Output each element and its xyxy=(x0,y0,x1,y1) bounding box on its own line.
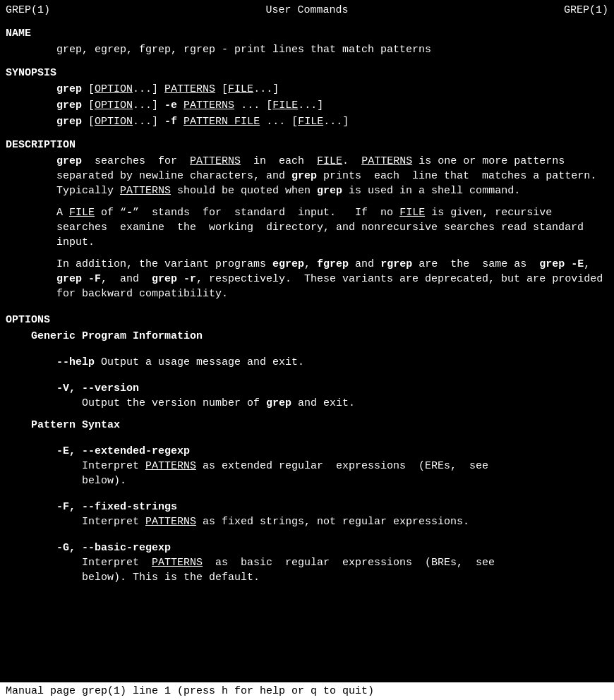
help-desc: Output a usage message and exit. xyxy=(101,356,304,368)
header-left: GREP(1) xyxy=(6,3,50,18)
status-bar-text: Manual page grep(1) line 1 (press h for … xyxy=(6,685,374,697)
desc-patterns-link3: PATTERNS xyxy=(120,185,171,197)
help-option: --help Output a usage message and exit. xyxy=(56,355,608,370)
e-desc2: below). xyxy=(82,473,608,488)
name-section-title: NAME xyxy=(6,26,608,41)
description-section-title: DESCRIPTION xyxy=(6,138,608,152)
description-para2: A FILE of “-” stands for standard input.… xyxy=(56,205,608,250)
synopsis-line3: grep [OPTION...] -f PATTERN_FILE ... [FI… xyxy=(56,114,608,129)
desc-egrep: egrep xyxy=(272,258,304,270)
version-grep-bold: grep xyxy=(266,397,291,409)
version-flag: -V, --version xyxy=(56,382,139,394)
terminal-content: GREP(1) User Commands GREP(1) NAME grep,… xyxy=(0,0,614,605)
desc-grep-r: grep -r xyxy=(152,273,196,285)
desc-patterns-link2: PATTERNS xyxy=(361,155,412,167)
e-option: -E, --extended-regexp xyxy=(56,444,608,459)
e-patterns-link: PATTERNS xyxy=(145,460,196,472)
synopsis-line1-rest: [OPTION...] PATTERNS [FILE...] xyxy=(88,83,279,95)
synopsis-line3-rest: [OPTION...] -f PATTERN_FILE ... [FILE...… xyxy=(88,116,349,128)
desc-file-link1: FILE xyxy=(317,155,342,167)
desc-grep-f: grep -F xyxy=(56,273,101,285)
version-option: -V, --version xyxy=(56,381,608,396)
header-right: GREP(1) xyxy=(564,3,608,18)
help-flag: --help xyxy=(56,356,95,368)
name-content: grep, egrep, fgrep, rgrep - print lines … xyxy=(56,42,608,57)
header-center: User Commands xyxy=(265,3,348,18)
g-desc1: Interpret PATTERNS as basic regular expr… xyxy=(82,555,608,570)
options-section-title: OPTIONS xyxy=(6,313,608,327)
status-bar: Manual page grep(1) line 1 (press h for … xyxy=(0,682,614,700)
f-desc: Interpret PATTERNS as fixed strings, not… xyxy=(82,514,608,529)
desc-patterns-link1: PATTERNS xyxy=(190,155,241,167)
generic-title-text: Generic Program Information xyxy=(31,330,203,342)
desc-file-link3: FILE xyxy=(399,207,425,219)
synopsis-line1: grep [OPTION...] PATTERNS [FILE...] xyxy=(56,82,608,97)
pattern-syntax-title: Pattern Syntax xyxy=(31,418,608,433)
synopsis-grep1: grep xyxy=(56,83,82,95)
synopsis-line2-rest: [OPTION...] -e PATTERNS ... [FILE...] xyxy=(88,99,323,111)
synopsis-grep2: grep xyxy=(56,99,82,111)
version-desc: Output the version number of grep and ex… xyxy=(82,396,608,411)
g-patterns-link: PATTERNS xyxy=(152,557,203,569)
synopsis-section-title: SYNOPSIS xyxy=(6,66,608,80)
g-flag: -G, --basic-regexp xyxy=(56,542,171,554)
e-desc1: Interpret PATTERNS as extended regular e… xyxy=(82,459,608,473)
desc-grep-bold2: grep xyxy=(291,170,317,182)
desc-file-link2: FILE xyxy=(69,207,95,219)
generic-program-title: Generic Program Information xyxy=(31,329,608,344)
f-option: -F, --fixed-strings xyxy=(56,500,608,514)
g-desc2: below). This is the default. xyxy=(82,570,608,585)
desc-dash: - xyxy=(126,207,133,219)
e-flag: -E, --extended-regexp xyxy=(56,445,190,457)
description-para1: grep searches for PATTERNS in each FILE.… xyxy=(56,154,608,198)
man-page-header: GREP(1) User Commands GREP(1) xyxy=(6,3,608,18)
pattern-title-text: Pattern Syntax xyxy=(31,419,120,431)
f-patterns-link: PATTERNS xyxy=(145,516,196,528)
synopsis-grep3: grep xyxy=(56,116,82,128)
g-option: -G, --basic-regexp xyxy=(56,541,608,555)
f-flag: -F, --fixed-strings xyxy=(56,501,177,513)
description-para3: In addition, the variant programs egrep,… xyxy=(56,257,608,301)
desc-fgrep: fgrep xyxy=(317,258,349,270)
synopsis-line2: grep [OPTION...] -e PATTERNS ... [FILE..… xyxy=(56,98,608,113)
desc-rgrep: rgrep xyxy=(380,258,412,270)
desc-grep-e: grep -E xyxy=(539,258,584,270)
desc-grep-bold3: grep xyxy=(317,185,342,197)
desc-grep-bold1: grep xyxy=(56,155,82,167)
